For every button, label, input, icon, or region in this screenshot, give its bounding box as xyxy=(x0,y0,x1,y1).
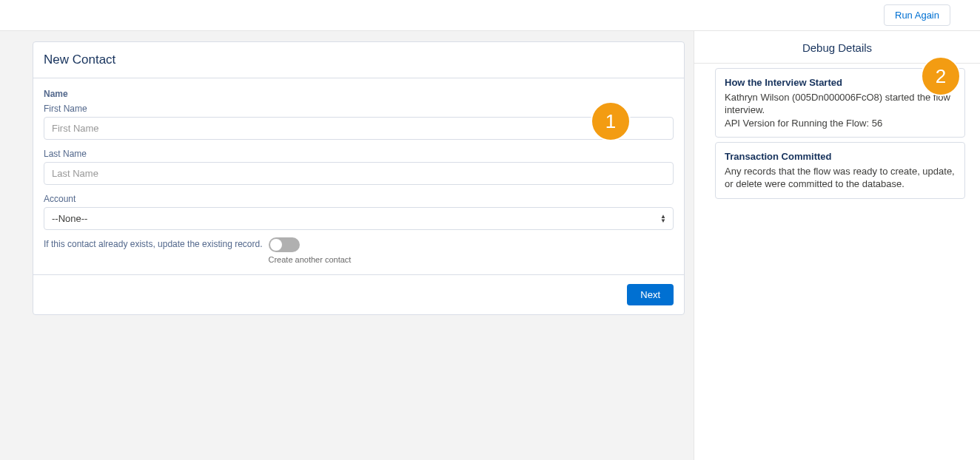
first-name-label: First Name xyxy=(44,104,674,114)
toggle-description: If this contact already exists, update t… xyxy=(44,239,263,249)
debug-card-body: Kathryn Wilson (005Dn000006FcO8) started… xyxy=(725,92,950,129)
run-again-button[interactable]: Run Again xyxy=(884,4,950,26)
left-panel: 1 New Contact Name First Name Last Name … xyxy=(0,31,694,460)
debug-card-heading: Transaction Committed xyxy=(725,150,956,163)
account-select[interactable]: --None-- ▲▼ xyxy=(44,207,674,230)
account-label: Account xyxy=(44,194,674,204)
debug-card-body: Any records that the flow was ready to c… xyxy=(725,166,955,190)
toggle-knob xyxy=(270,239,282,251)
name-section-label: Name xyxy=(44,89,674,99)
last-name-label: Last Name xyxy=(44,149,674,159)
annotation-badge-1: 1 xyxy=(591,101,631,141)
toggle-caption: Create another contact xyxy=(269,255,352,264)
annotation-badge-2: 2 xyxy=(921,56,961,96)
last-name-input[interactable] xyxy=(44,162,674,185)
create-another-toggle[interactable] xyxy=(269,237,300,252)
first-name-input[interactable] xyxy=(44,117,674,140)
main-area: 1 New Contact Name First Name Last Name … xyxy=(0,31,980,460)
card-body: Name First Name Last Name Account --None… xyxy=(33,78,684,274)
account-select-value: --None-- xyxy=(44,207,674,230)
new-contact-card: New Contact Name First Name Last Name Ac… xyxy=(33,41,685,315)
debug-card-transaction: Transaction Committed Any records that t… xyxy=(715,142,965,199)
debug-panel: 2 Debug Details How the Interview Starte… xyxy=(694,31,980,460)
card-title: New Contact xyxy=(33,42,684,78)
next-button[interactable]: Next xyxy=(627,284,674,305)
card-footer: Next xyxy=(33,274,684,314)
top-bar: Run Again xyxy=(0,0,980,31)
toggle-row: If this contact already exists, update t… xyxy=(44,237,674,264)
